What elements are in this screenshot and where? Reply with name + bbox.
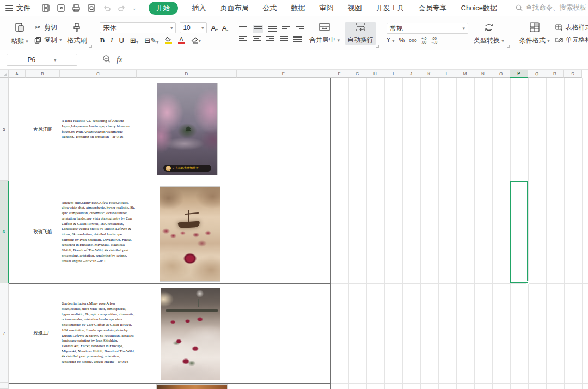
align-bottom-icon[interactable] <box>268 26 277 32</box>
eraser-icon[interactable]: ▾ <box>191 37 201 44</box>
cell-C7-prompt[interactable]: Garden in factory,Many rose,A few roses,… <box>60 283 137 383</box>
cell-B6-title[interactable]: 玫瑰飞船 <box>26 181 60 283</box>
font-name-select[interactable]: 宋体▾ <box>100 22 176 33</box>
wrap-text-button[interactable]: 自动换行 <box>345 22 376 45</box>
clipboard-dialog-launcher[interactable] <box>89 45 92 48</box>
cell-B7-title[interactable]: 玫瑰工厂 <box>26 283 60 383</box>
quick-access-dropdown-icon[interactable]: ⌄ <box>132 5 137 11</box>
decrease-indent-icon[interactable] <box>282 26 290 32</box>
column-header-C[interactable]: C <box>60 70 137 78</box>
cell-image-rose-ship[interactable] <box>160 186 220 282</box>
currency-icon[interactable]: ¥ ▾ <box>387 37 395 44</box>
file-menu-button[interactable]: 文件 <box>16 3 30 13</box>
cell-image-rose-factory[interactable] <box>161 288 220 380</box>
cell-name-box[interactable]: P6 ▾ <box>7 54 77 66</box>
distributed-icon[interactable] <box>293 36 302 42</box>
select-all-corner[interactable] <box>0 70 9 78</box>
number-dialog-launcher[interactable] <box>507 45 510 48</box>
column-header-A[interactable]: A <box>9 70 26 78</box>
column-header-Q[interactable]: Q <box>528 70 546 78</box>
selection-P6[interactable] <box>510 181 528 283</box>
align-top-icon[interactable] <box>239 26 247 32</box>
italic-button[interactable]: I <box>111 36 113 45</box>
undo-icon[interactable] <box>102 3 112 13</box>
cell-C6-prompt[interactable]: Ancient ship,Many rose,A few roses,cloud… <box>60 181 137 283</box>
ship-spar-shape <box>185 212 199 215</box>
tab-choice-data[interactable]: Choice数据 <box>461 3 497 13</box>
column-header-R[interactable]: R <box>546 70 564 78</box>
cut-button[interactable]: ✂剪切 <box>34 23 62 32</box>
column-header-O[interactable]: O <box>492 70 510 78</box>
tab-insert[interactable]: 插入 <box>192 3 206 13</box>
column-header-N[interactable]: N <box>474 70 492 78</box>
format-painter-button[interactable]: 格式刷 <box>65 21 89 46</box>
gridline <box>456 78 457 389</box>
column-header-S[interactable]: S <box>564 70 582 78</box>
command-search[interactable]: 查找命令、搜索模板 <box>516 3 587 13</box>
alignment-dialog-launcher[interactable] <box>376 45 379 48</box>
print-preview-icon[interactable] <box>87 3 96 13</box>
tab-dev-tools[interactable]: 开发工具 <box>376 3 405 13</box>
column-header-B[interactable]: B <box>26 70 60 78</box>
tab-view[interactable]: 视图 <box>348 3 362 13</box>
zoom-formula-icon[interactable] <box>102 54 111 65</box>
tab-review[interactable]: 审阅 <box>320 3 334 13</box>
type-convert-button[interactable]: 类型转换 ▾ <box>471 21 506 46</box>
cell-image-cherry-blossom-lake[interactable]: ♪ 上品风光壁纸世界 <box>157 83 218 175</box>
column-header-E[interactable]: E <box>237 70 330 78</box>
font-color-icon[interactable]: A <box>178 37 185 44</box>
print-icon[interactable] <box>71 3 81 13</box>
justify-icon[interactable] <box>280 36 288 42</box>
cell-style-button[interactable]: 单元格样式▾ <box>555 35 588 45</box>
tab-membership[interactable]: 会员专享 <box>419 3 447 13</box>
output-icon[interactable] <box>56 3 66 13</box>
decrease-font-icon[interactable]: A- <box>222 24 228 32</box>
column-header-L[interactable]: L <box>438 70 456 78</box>
column-header-H[interactable]: H <box>366 70 384 78</box>
cell-C5-prompt[interactable]: A ultra-realistic CG rendering of Ancien… <box>60 78 137 181</box>
thousands-icon[interactable]: 000 <box>409 38 417 43</box>
increase-indent-icon[interactable] <box>296 26 304 32</box>
paste-button[interactable]: 粘贴 ▾ <box>9 21 30 46</box>
formula-input[interactable] <box>128 50 588 69</box>
column-header-I[interactable]: I <box>384 70 402 78</box>
number-format-select[interactable]: 常规▾ <box>387 23 468 34</box>
tab-data[interactable]: 数据 <box>291 3 305 13</box>
tab-home[interactable]: 开始 <box>149 2 178 15</box>
column-header-K[interactable]: K <box>420 70 438 78</box>
align-middle-icon[interactable] <box>253 25 263 33</box>
draw-border-icon[interactable]: ⊟✎▾ <box>144 37 158 45</box>
column-header-G[interactable]: G <box>348 70 366 78</box>
cell-B5-title[interactable]: 古风江畔 <box>26 78 60 181</box>
bold-button[interactable]: B <box>100 36 105 45</box>
column-header-P[interactable]: P <box>510 70 528 78</box>
column-header-M[interactable]: M <box>456 70 474 78</box>
font-size-select[interactable]: 10▾ <box>180 22 207 33</box>
underline-button[interactable]: U <box>119 37 124 45</box>
fx-icon[interactable]: fx <box>117 55 122 64</box>
name-box-dropdown-icon[interactable]: ▾ <box>54 57 57 63</box>
save-icon[interactable] <box>41 3 51 13</box>
increase-decimal-icon[interactable]: +.0.00 <box>421 37 426 44</box>
cell-image-partial-next[interactable] <box>156 384 228 389</box>
merge-center-button[interactable]: 合并居中 ▾ <box>307 22 342 45</box>
borders-icon[interactable]: ⊞▾ <box>130 37 138 45</box>
decrease-decimal-icon[interactable]: .00→.0 <box>431 37 437 44</box>
align-center-icon[interactable] <box>253 36 261 42</box>
tab-page-layout[interactable]: 页面布局 <box>220 3 249 13</box>
fill-color-icon[interactable] <box>165 37 172 44</box>
align-right-icon[interactable] <box>266 36 274 42</box>
column-header-J[interactable]: J <box>402 70 420 78</box>
copy-button[interactable]: 复制▾ <box>34 35 62 45</box>
column-header-F[interactable]: F <box>330 70 348 78</box>
conditional-format-button[interactable]: 条件格式 ▾ <box>517 21 552 46</box>
increase-font-icon[interactable]: A+ <box>211 24 218 32</box>
table-style-button[interactable]: 表格样式▾ <box>555 23 588 32</box>
hamburger-menu-icon[interactable] <box>5 5 13 11</box>
column-header-D[interactable]: D <box>137 70 237 78</box>
redo-icon[interactable] <box>117 3 127 13</box>
fill-handle[interactable] <box>526 281 529 284</box>
align-left-icon[interactable] <box>239 36 247 42</box>
tab-formulas[interactable]: 公式 <box>263 3 277 13</box>
percent-icon[interactable]: % <box>399 37 405 44</box>
